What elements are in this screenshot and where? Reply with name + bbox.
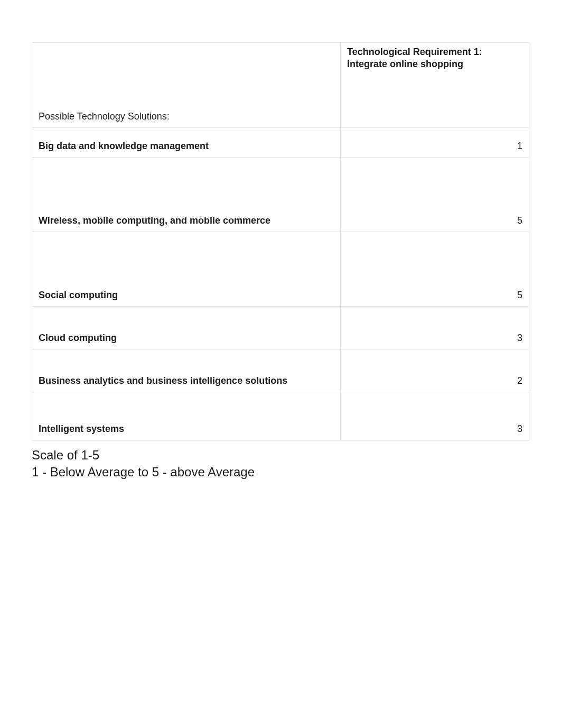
table-header-row: Possible Technology Solutions: Technolog…	[32, 43, 529, 128]
row-value: 3	[517, 333, 522, 344]
row-label: Social computing	[39, 290, 118, 301]
requirements-table: Possible Technology Solutions: Technolog…	[32, 42, 529, 440]
row-label: Intelligent systems	[39, 423, 124, 435]
scale-footer: Scale of 1-5 1 - Below Average to 5 - ab…	[32, 447, 529, 481]
possible-solutions-label: Possible Technology Solutions:	[39, 111, 170, 122]
row-value-cell: 3	[341, 307, 529, 349]
table-row: Business analytics and business intellig…	[32, 349, 529, 392]
row-label: Business analytics and business intellig…	[39, 375, 287, 386]
row-label: Big data and knowledge management	[39, 141, 209, 152]
row-label-cell: Social computing	[32, 232, 341, 306]
header-left-cell: Possible Technology Solutions:	[32, 43, 341, 127]
scale-line1: Scale of 1-5	[32, 448, 99, 462]
row-value-cell: 2	[341, 349, 529, 392]
row-value-cell: 5	[341, 232, 529, 306]
row-label-cell: Intelligent systems	[32, 392, 341, 440]
table-row: Wireless, mobile computing, and mobile c…	[32, 158, 529, 232]
row-value: 1	[517, 141, 522, 152]
row-value-cell: 5	[341, 158, 529, 232]
row-label-cell: Big data and knowledge management	[32, 128, 341, 157]
table-row: Cloud computing 3	[32, 307, 529, 349]
table-row: Intelligent systems 3	[32, 392, 529, 440]
row-value-cell: 1	[341, 128, 529, 157]
row-label-cell: Business analytics and business intellig…	[32, 349, 341, 392]
row-label: Cloud computing	[39, 333, 117, 344]
table-row: Big data and knowledge management 1	[32, 128, 529, 158]
row-value-cell: 3	[341, 392, 529, 440]
requirement-title-line1: Technological Requirement 1:	[347, 47, 482, 57]
scale-line2: 1 - Below Average to 5 - above Average	[32, 465, 255, 479]
requirement-title-line2: Integrate online shopping	[347, 59, 463, 69]
row-label: Wireless, mobile computing, and mobile c…	[39, 215, 270, 226]
row-value: 3	[517, 423, 522, 435]
row-label-cell: Wireless, mobile computing, and mobile c…	[32, 158, 341, 232]
table-row: Social computing 5	[32, 232, 529, 307]
row-label-cell: Cloud computing	[32, 307, 341, 349]
requirement-title: Technological Requirement 1: Integrate o…	[347, 46, 482, 71]
row-value: 5	[517, 290, 522, 301]
row-value: 5	[517, 215, 522, 226]
row-value: 2	[517, 375, 522, 386]
header-right-cell: Technological Requirement 1: Integrate o…	[341, 43, 529, 127]
